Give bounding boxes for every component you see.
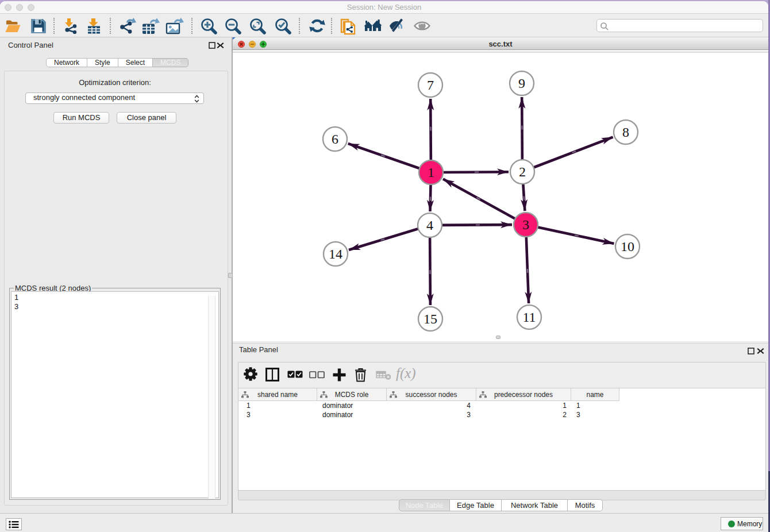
svg-text:15: 15: [424, 311, 437, 326]
svg-text:11: 11: [522, 310, 536, 325]
svg-text:6: 6: [332, 132, 338, 147]
svg-text:14: 14: [329, 246, 342, 261]
svg-text:1: 1: [428, 165, 434, 180]
svg-text:3: 3: [522, 217, 529, 232]
svg-text:2: 2: [519, 164, 526, 179]
svg-text:4: 4: [426, 218, 433, 233]
svg-text:7: 7: [427, 78, 434, 92]
svg-text:8: 8: [622, 125, 629, 140]
svg-text:10: 10: [621, 239, 634, 254]
svg-text:9: 9: [518, 76, 525, 91]
